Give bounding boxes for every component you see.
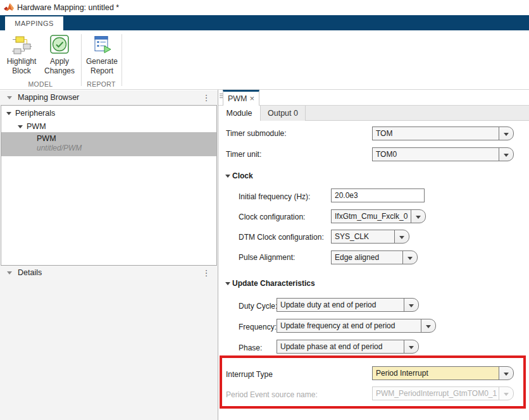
document-tab-bar: PWM×: [218, 90, 529, 106]
timer-submodule-select[interactable]: TOM: [372, 127, 514, 140]
close-icon[interactable]: ×: [249, 94, 254, 103]
timer-submodule-value[interactable]: TOM: [372, 127, 499, 140]
mapping-browser-title: Mapping Browser: [18, 90, 79, 105]
timer-unit-select[interactable]: TOM0: [372, 147, 514, 161]
initial-frequency-label: Initial frequency (Hz):: [239, 192, 310, 201]
chevron-down-icon[interactable]: [404, 298, 419, 312]
highlight-block-icon: [11, 34, 32, 54]
model-section-label: MODEL: [0, 80, 81, 89]
collapse-triangle-icon[interactable]: [7, 271, 12, 275]
details-body: [0, 280, 218, 420]
clock-configuration-label: Clock configuration:: [239, 213, 305, 221]
clock-configuration-value[interactable]: IfxGtm_Cmu_Fxclk_0: [331, 209, 411, 223]
ribbon-bar: MAPPINGS: [0, 15, 529, 30]
phase-value[interactable]: Update phase at end of period: [277, 340, 404, 354]
kebab-menu-icon[interactable]: ⋮: [201, 90, 211, 105]
matlab-icon: [4, 3, 14, 13]
mapping-browser-tree: Peripherals PWM PWM untitled/PWM: [1, 105, 217, 266]
update-characteristics-title: Update Characteristics: [232, 279, 315, 288]
collapse-triangle-icon[interactable]: [225, 175, 230, 178]
document-tab-label: PWM: [228, 94, 247, 103]
window-title: Hardware Mapping: untitled *: [17, 0, 119, 15]
update-characteristics-section-header[interactable]: Update Characteristics: [225, 279, 315, 288]
tree-item-label[interactable]: PWM: [27, 122, 46, 131]
report-section-label: REPORT: [81, 80, 121, 89]
hardware-mapping-window: Hardware Mapping: untitled * MAPPINGS Hi…: [0, 0, 529, 420]
details-title: Details: [18, 266, 42, 280]
clock-section-title: Clock: [232, 171, 253, 180]
tree-item-label[interactable]: Peripherals: [15, 109, 55, 118]
timer-unit-label: Timer unit:: [226, 150, 261, 159]
chevron-down-icon[interactable]: [394, 230, 409, 244]
annotation-highlight-box: [220, 355, 526, 409]
generate-report-button[interactable]: Generate Report: [84, 33, 120, 85]
highlight-block-button[interactable]: Highlight Block: [4, 33, 39, 85]
clock-section-header[interactable]: Clock: [225, 171, 253, 180]
subtab-bar: Module Output 0: [218, 106, 529, 121]
tree-item-pwm-selected[interactable]: PWM untitled/PWM: [1, 132, 216, 156]
generate-report-label-1: Generate: [84, 57, 120, 66]
dtm-clock-configuration-select[interactable]: SYS_CLK: [331, 230, 409, 244]
collapse-triangle-icon[interactable]: [225, 282, 230, 285]
tab-mappings[interactable]: MAPPINGS: [5, 16, 63, 30]
dtm-clock-configuration-label: DTM Clock configuration:: [239, 233, 324, 242]
toolstrip-divider: [121, 34, 122, 86]
duty-cycle-value[interactable]: Update duty at end of period: [277, 298, 404, 312]
apply-changes-icon: [49, 34, 70, 54]
tree-item-peripherals[interactable]: Peripherals: [1, 108, 216, 120]
chevron-down-icon[interactable]: [421, 319, 436, 333]
interrupt-type-label: Interrupt Type: [226, 370, 273, 379]
period-event-source-value: PWM_PeriodInterrupt_GtmTOM0_1: [372, 386, 499, 400]
dtm-clock-configuration-value[interactable]: SYS_CLK: [331, 230, 395, 244]
initial-frequency-input[interactable]: [331, 188, 425, 202]
tab-pwm-document[interactable]: PWM×: [223, 90, 259, 106]
frequency-label: Frequency:: [239, 323, 277, 331]
chevron-down-icon: [499, 386, 514, 400]
period-event-source-label: Period Event source name:: [226, 390, 318, 399]
toolstrip-divider: [81, 34, 82, 86]
tree-item-pwm-group[interactable]: PWM: [1, 121, 216, 133]
clock-configuration-select[interactable]: IfxGtm_Cmu_Fxclk_0: [331, 209, 426, 223]
frequency-select[interactable]: Update frequency at end of period: [277, 319, 436, 333]
selected-item-name: PWM: [37, 134, 56, 143]
chevron-down-icon[interactable]: [499, 127, 514, 140]
expand-triangle-icon[interactable]: [6, 112, 11, 115]
collapse-triangle-icon[interactable]: [7, 96, 12, 99]
chevron-down-icon[interactable]: [499, 366, 514, 380]
pulse-alignment-label: Pulse Alignment:: [239, 253, 295, 262]
duty-cycle-label: Duty Cycle:: [239, 302, 277, 311]
pulse-alignment-select[interactable]: Edge aligned: [331, 250, 418, 264]
frequency-value[interactable]: Update frequency at end of period: [277, 319, 421, 333]
duty-cycle-select[interactable]: Update duty at end of period: [277, 298, 419, 312]
title-bar: Hardware Mapping: untitled *: [0, 0, 529, 15]
chevron-down-icon[interactable]: [402, 250, 418, 264]
tab-output0[interactable]: Output 0: [261, 106, 306, 121]
apply-changes-label-1: Apply: [42, 57, 77, 66]
interrupt-type-select[interactable]: Period Interrupt: [372, 366, 514, 380]
apply-changes-label-2: Changes: [42, 66, 77, 76]
pulse-alignment-value[interactable]: Edge aligned: [331, 250, 403, 264]
chevron-down-icon[interactable]: [404, 340, 419, 354]
selected-item-path: untitled/PWM: [37, 144, 82, 152]
generate-report-label-2: Report: [84, 66, 120, 76]
timer-submodule-label: Timer submodule:: [226, 129, 287, 138]
period-event-source-select: PWM_PeriodInterrupt_GtmTOM0_1: [372, 386, 514, 400]
chevron-down-icon[interactable]: [499, 147, 514, 161]
mapping-browser-header[interactable]: Mapping Browser ⋮: [0, 90, 218, 105]
chevron-down-icon[interactable]: [411, 209, 426, 223]
details-header[interactable]: Details ⋮: [0, 266, 218, 280]
phase-label: Phase:: [239, 343, 262, 352]
phase-select[interactable]: Update phase at end of period: [277, 340, 419, 354]
expand-triangle-icon[interactable]: [18, 125, 23, 128]
highlight-block-label-1: Highlight: [4, 57, 39, 66]
apply-changes-button[interactable]: Apply Changes: [42, 33, 77, 85]
timer-unit-value[interactable]: TOM0: [372, 147, 499, 161]
highlight-block-label-2: Block: [4, 66, 39, 76]
generate-report-icon: [92, 34, 112, 54]
toolstrip: Highlight Block Apply Changes Gen: [0, 30, 529, 90]
tab-module[interactable]: Module: [218, 106, 261, 121]
interrupt-type-value[interactable]: Period Interrupt: [372, 366, 499, 380]
kebab-menu-icon[interactable]: ⋮: [201, 266, 211, 280]
